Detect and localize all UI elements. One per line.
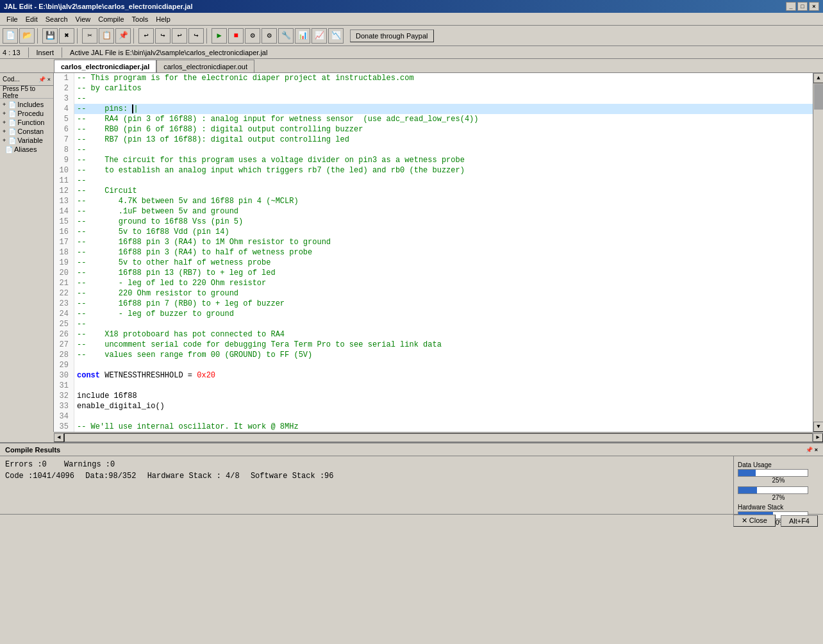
compile-text-area: Errors :0 Warnings :0 Code :1041/4096 Da…	[0, 456, 733, 514]
toolbar: 📄 📂 💾 ✖ ✂ 📋 📌 ↩ ↪ ↩ ↪ ▶ ■ ⚙ ⚙ 🔧 📊 📈 📉 Do…	[0, 26, 823, 46]
code-line-15: 15 -- ground to 16f88 Vss (pin 5)	[54, 217, 813, 227]
left-panel: Cod... 📌 × Press F5 to Refre + 📄 Include…	[0, 73, 54, 432]
tree-item-function[interactable]: + 📄 Function	[0, 118, 53, 127]
vertical-scrollbar[interactable]: ▲ ▼	[813, 73, 823, 432]
tb-tool4[interactable]: 📉	[328, 28, 344, 44]
compile-pin-icon: 📌 ×	[806, 447, 818, 453]
code-line-21: 21 -- - leg of led to 220 Ohm resistor	[54, 278, 813, 288]
menu-compile[interactable]: Compile	[94, 14, 128, 24]
code-line-4: 4 -- pins: |	[54, 104, 813, 114]
code-line-23: 23 -- 16f88 pin 7 (RB0) to + leg of buzz…	[54, 299, 813, 309]
maximize-button[interactable]: □	[797, 2, 808, 11]
tb-run[interactable]: ▶	[212, 28, 227, 44]
code-line-2: 2 -- by carlitos	[54, 83, 813, 94]
status-row: 4 : 13 Insert Active JAL File is E:\bin\…	[0, 46, 823, 59]
code-line-6: 6 -- RB0 (pin 6 of 16f88) : digital outp…	[54, 124, 813, 135]
code-line-20: 20 -- 16f88 pin 13 (RB7) to + leg of led	[54, 268, 813, 278]
tb-redo2[interactable]: ↪	[188, 28, 204, 44]
code-usage-bar-inner	[738, 487, 757, 493]
tb-undo[interactable]: ↩	[138, 28, 154, 44]
scroll-thumb[interactable]	[814, 84, 823, 110]
text-cursor: |	[132, 104, 138, 113]
tb-compile2[interactable]: ⚙	[262, 28, 277, 44]
tb-paste[interactable]: 📌	[115, 28, 131, 44]
tree-item-includes[interactable]: + 📄 Includes	[0, 100, 53, 109]
compile-body: Errors :0 Warnings :0 Code :1041/4096 Da…	[0, 456, 823, 514]
code-line-26: 26 -- X18 protoboard has pot connected t…	[54, 329, 813, 340]
tree-label-variable: Variable	[17, 136, 43, 144]
menu-tools[interactable]: Tools	[128, 14, 153, 24]
code-editor[interactable]: 1 -- This program is for the electronic …	[54, 73, 813, 432]
tree-item-aliases[interactable]: 📄 Aliases	[0, 145, 53, 154]
code-line-22: 22 -- 220 Ohm resistor to ground	[54, 288, 813, 299]
compile-results-header: Compile Results 📌 ×	[0, 443, 823, 456]
software-stack-label: Software Stack :96	[251, 472, 334, 481]
tb-tool3[interactable]: 📈	[312, 28, 327, 44]
code-line-5: 5 -- RA4 (pin 3 of 16f88) : analog input…	[54, 114, 813, 124]
tb-tool2[interactable]: 📊	[295, 28, 310, 44]
compile-alt-button[interactable]: Alt+F4	[781, 515, 818, 527]
compile-close-button[interactable]: ✕ Close	[733, 515, 776, 527]
code-line-27: 27 -- uncomment serial code for debuggin…	[54, 340, 813, 350]
tb-close[interactable]: ✖	[59, 28, 74, 44]
title-bar: JAL Edit - E:\bin\jalv2\sample\carlos_el…	[0, 0, 823, 13]
tree-item-variable[interactable]: + 📄 Variable	[0, 136, 53, 145]
tree-label-includes: Includes	[17, 101, 44, 108]
tb-sep2	[77, 28, 79, 44]
code-line-34: 34	[54, 411, 813, 422]
status-divider2	[62, 47, 62, 58]
tree-item-const[interactable]: + 📄 Constan	[0, 127, 53, 136]
title-buttons[interactable]: _ □ ×	[786, 2, 819, 11]
tb-tool1[interactable]: 🔧	[278, 28, 294, 44]
menu-help[interactable]: Help	[152, 14, 174, 24]
tree-view: + 📄 Includes + 📄 Procedu + 📄 Function + …	[0, 99, 53, 432]
code-line-24: 24 -- - leg of buzzer to ground	[54, 309, 813, 319]
edit-mode: Insert	[37, 49, 54, 56]
tb-save[interactable]: 💾	[42, 28, 58, 44]
tab-jal[interactable]: carlos_electronicdiaper.jal	[54, 60, 156, 72]
menu-edit[interactable]: Edit	[22, 14, 42, 24]
menu-file[interactable]: File	[3, 14, 22, 24]
code-line-30: 30 const WETNESSTHRESHHOLD = 0x20	[54, 370, 813, 381]
warnings-label: Warnings :0	[64, 460, 115, 469]
tab-out[interactable]: carlos_electronicdiaper.out	[156, 60, 254, 72]
horizontal-scrollbar[interactable]: ◄ ►	[54, 432, 823, 442]
tb-open[interactable]: 📂	[19, 28, 35, 44]
scroll-right-button[interactable]: ►	[813, 433, 823, 442]
tree-item-procedure[interactable]: + 📄 Procedu	[0, 109, 53, 118]
code-line-13: 13 -- 4.7K between 5v and 16f88 pin 4 (~…	[54, 196, 813, 206]
code-content: 1 -- This program is for the electronic …	[54, 73, 813, 432]
code-line-32: 32 include 16f88	[54, 391, 813, 401]
compile-stats-line: Code :1041/4096 Data:98/352 Hardware Sta…	[5, 472, 728, 481]
compile-sidebar: Data Usage 25% 27% Hardware Stack	[733, 456, 823, 514]
menu-search[interactable]: Search	[42, 14, 72, 24]
menu-view[interactable]: View	[72, 14, 95, 24]
data-label: Data:98/352	[85, 472, 136, 481]
tb-stop[interactable]: ■	[228, 28, 244, 44]
tb-copy[interactable]: 📋	[99, 28, 114, 44]
scroll-down-button[interactable]: ▼	[813, 422, 823, 432]
tb-compile[interactable]: ⚙	[245, 28, 260, 44]
code-line-18: 18 -- 16f88 pin 3 (RA4) to half of wetne…	[54, 247, 813, 258]
close-button[interactable]: ×	[809, 2, 819, 11]
code-line-14: 14 -- .1uF between 5v and ground	[54, 206, 813, 217]
code-line-10: 10 -- to establish an analog input which…	[54, 165, 813, 176]
tree-label-aliases: Aliases	[14, 145, 37, 153]
tb-undo2[interactable]: ↩	[172, 28, 187, 44]
code-line-9: 9 -- The circuit for this program uses a…	[54, 155, 813, 165]
data-usage-pct: 25%	[738, 477, 819, 484]
code-line-33: 33 enable_digital_io()	[54, 401, 813, 411]
tb-cut[interactable]: ✂	[82, 28, 97, 44]
main-layout: Cod... 📌 × Press F5 to Refre + 📄 Include…	[0, 73, 823, 432]
code-usage-pct: 27%	[738, 494, 819, 501]
code-line-25: 25 --	[54, 319, 813, 329]
scroll-left-button[interactable]: ◄	[54, 433, 64, 442]
scroll-up-button[interactable]: ▲	[813, 73, 823, 83]
data-usage-bar-outer	[738, 469, 808, 477]
left-panel-icon: 📌 ×	[38, 76, 51, 83]
donate-button[interactable]: Donate through Paypal	[350, 29, 434, 42]
minimize-button[interactable]: _	[786, 2, 796, 11]
tb-new[interactable]: 📄	[3, 28, 18, 44]
tb-redo[interactable]: ↪	[155, 28, 170, 44]
code-usage-bar-outer	[738, 486, 808, 494]
